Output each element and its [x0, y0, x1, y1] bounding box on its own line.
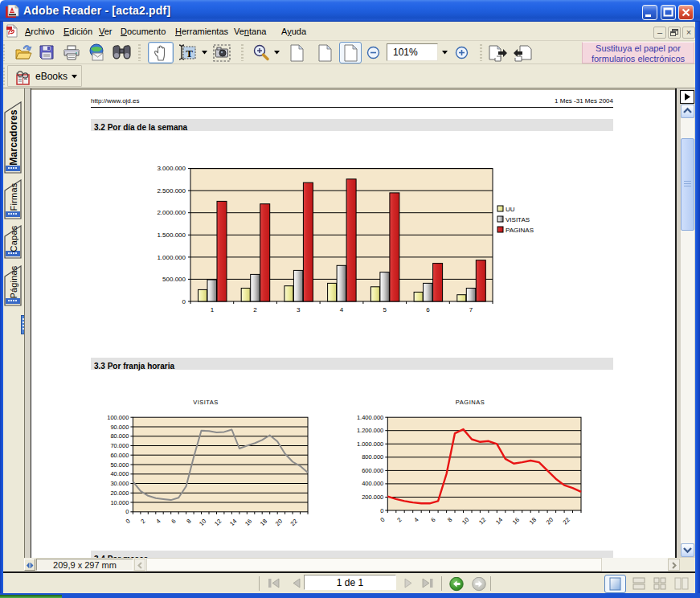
svg-text:14: 14 [228, 518, 238, 527]
svg-text:2.000.000: 2.000.000 [157, 209, 186, 216]
svg-text:7: 7 [469, 306, 473, 313]
svg-text:1.000.000: 1.000.000 [157, 254, 186, 261]
svg-text:400.000: 400.000 [362, 480, 383, 487]
svg-text:1.200.000: 1.200.000 [357, 427, 383, 434]
svg-text:6: 6 [170, 518, 177, 525]
svg-text:VISITAS: VISITAS [506, 216, 530, 223]
svg-text:90.000: 90.000 [110, 424, 129, 431]
svg-text:UU: UU [506, 206, 515, 213]
svg-text:6: 6 [426, 306, 430, 313]
svg-text:0: 0 [125, 518, 132, 525]
svg-text:T: T [186, 47, 193, 59]
svg-text:40.000: 40.000 [110, 470, 129, 477]
svg-text:6: 6 [429, 516, 436, 523]
svg-text:3.000.000: 3.000.000 [157, 165, 186, 172]
svg-text:14: 14 [494, 516, 504, 526]
svg-text:18: 18 [528, 516, 538, 526]
svg-text:PAGINAS: PAGINAS [506, 227, 534, 234]
svg-text:1.500.000: 1.500.000 [157, 231, 186, 239]
svg-text:4: 4 [340, 306, 344, 313]
svg-text:10.000: 10.000 [110, 499, 129, 506]
svg-text:2: 2 [395, 516, 403, 523]
svg-text:22: 22 [562, 516, 571, 526]
svg-text:20.000: 20.000 [110, 489, 129, 497]
svg-text:4: 4 [154, 518, 162, 525]
svg-text:1.000.000: 1.000.000 [357, 440, 383, 448]
svg-text:10: 10 [461, 516, 470, 526]
svg-text:800.000: 800.000 [362, 453, 383, 461]
svg-text:0: 0 [380, 507, 383, 514]
svg-text:22: 22 [289, 518, 299, 527]
svg-text:2: 2 [253, 306, 257, 313]
svg-text:5: 5 [383, 306, 387, 313]
svg-text:50.000: 50.000 [110, 461, 129, 469]
svg-text:10: 10 [198, 518, 207, 527]
svg-text:60.000: 60.000 [110, 452, 129, 459]
svg-text:0: 0 [379, 516, 386, 523]
svg-text:8: 8 [185, 518, 192, 525]
svg-text:20: 20 [545, 516, 555, 526]
svg-text:16: 16 [511, 516, 521, 526]
svg-text:12: 12 [477, 516, 487, 526]
svg-text:70.000: 70.000 [110, 442, 129, 449]
svg-text:0: 0 [125, 508, 129, 515]
svg-text:18: 18 [259, 518, 268, 527]
svg-text:1: 1 [211, 306, 215, 313]
svg-text:2.500.000: 2.500.000 [157, 187, 186, 195]
svg-text:200.000: 200.000 [362, 494, 383, 501]
svg-text:20: 20 [274, 518, 284, 527]
svg-text:600.000: 600.000 [362, 467, 383, 474]
svg-text:4: 4 [412, 516, 420, 523]
svg-text:12: 12 [213, 518, 223, 527]
svg-text:16: 16 [244, 518, 253, 527]
svg-text:8: 8 [446, 516, 453, 523]
svg-text:3: 3 [297, 306, 301, 313]
svg-text:500.000: 500.000 [162, 276, 186, 283]
svg-text:100.000: 100.000 [107, 414, 129, 421]
svg-text:1.400.000: 1.400.000 [357, 414, 383, 421]
svg-text:0: 0 [182, 298, 186, 305]
svg-text:30.000: 30.000 [110, 480, 129, 487]
svg-text:2: 2 [139, 518, 146, 525]
svg-text:80.000: 80.000 [110, 432, 129, 440]
